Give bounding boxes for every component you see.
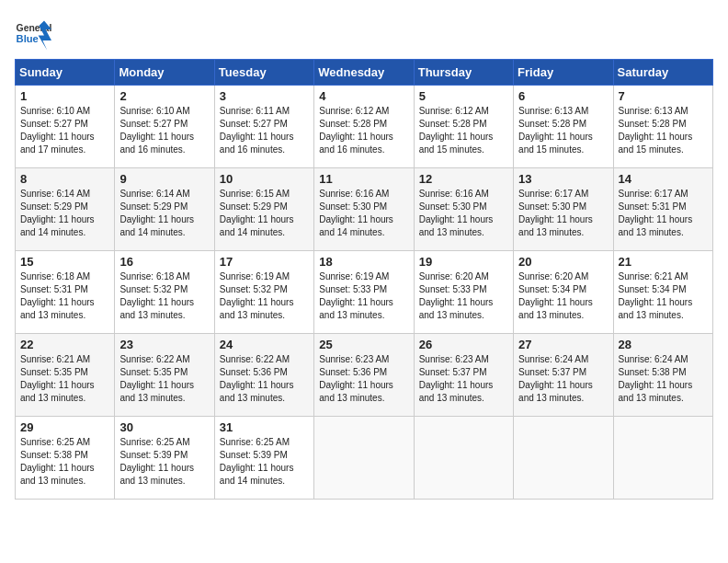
day-info: Sunrise: 6:14 AM Sunset: 5:29 PM Dayligh… xyxy=(20,188,109,239)
calendar-cell: 9Sunrise: 6:14 AM Sunset: 5:29 PM Daylig… xyxy=(115,168,214,251)
day-info: Sunrise: 6:22 AM Sunset: 5:35 PM Dayligh… xyxy=(119,353,209,405)
day-number: 20 xyxy=(518,255,608,269)
day-header-saturday: Saturday xyxy=(613,60,712,86)
day-info: Sunrise: 6:16 AM Sunset: 5:30 PM Dayligh… xyxy=(419,188,508,239)
day-number: 9 xyxy=(119,172,209,186)
day-info: Sunrise: 6:20 AM Sunset: 5:33 PM Dayligh… xyxy=(419,270,508,322)
day-info: Sunrise: 6:10 AM Sunset: 5:27 PM Dayligh… xyxy=(119,105,209,156)
calendar-cell: 22Sunrise: 6:21 AM Sunset: 5:35 PM Dayli… xyxy=(16,334,115,417)
day-number: 25 xyxy=(319,338,408,351)
day-number: 13 xyxy=(518,172,608,186)
day-info: Sunrise: 6:25 AM Sunset: 5:39 PM Dayligh… xyxy=(220,436,309,488)
day-number: 7 xyxy=(619,89,708,103)
day-number: 18 xyxy=(319,255,408,269)
day-info: Sunrise: 6:11 AM Sunset: 5:27 PM Dayligh… xyxy=(220,105,309,156)
calendar-cell: 18Sunrise: 6:19 AM Sunset: 5:33 PM Dayli… xyxy=(314,251,414,334)
calendar-cell: 24Sunrise: 6:22 AM Sunset: 5:36 PM Dayli… xyxy=(214,334,313,417)
calendar-cell: 20Sunrise: 6:20 AM Sunset: 5:34 PM Dayli… xyxy=(514,251,613,334)
day-info: Sunrise: 6:22 AM Sunset: 5:36 PM Dayligh… xyxy=(220,353,309,405)
day-header-tuesday: Tuesday xyxy=(214,60,313,86)
day-number: 16 xyxy=(119,255,209,269)
day-info: Sunrise: 6:12 AM Sunset: 5:28 PM Dayligh… xyxy=(419,105,508,156)
day-info: Sunrise: 6:15 AM Sunset: 5:29 PM Dayligh… xyxy=(220,188,309,239)
day-number: 21 xyxy=(619,255,708,269)
day-info: Sunrise: 6:16 AM Sunset: 5:30 PM Dayligh… xyxy=(319,188,408,239)
calendar-cell: 3Sunrise: 6:11 AM Sunset: 5:27 PM Daylig… xyxy=(214,86,313,168)
calendar-cell: 25Sunrise: 6:23 AM Sunset: 5:36 PM Dayli… xyxy=(314,334,414,417)
day-info: Sunrise: 6:20 AM Sunset: 5:34 PM Dayligh… xyxy=(518,270,608,322)
day-number: 2 xyxy=(119,89,209,103)
day-info: Sunrise: 6:21 AM Sunset: 5:34 PM Dayligh… xyxy=(619,270,708,322)
calendar-cell: 8Sunrise: 6:14 AM Sunset: 5:29 PM Daylig… xyxy=(16,168,115,251)
day-number: 15 xyxy=(20,255,109,269)
day-number: 17 xyxy=(220,255,309,269)
calendar-cell xyxy=(613,417,712,500)
calendar-cell: 12Sunrise: 6:16 AM Sunset: 5:30 PM Dayli… xyxy=(414,168,513,251)
day-info: Sunrise: 6:14 AM Sunset: 5:29 PM Dayligh… xyxy=(119,188,209,239)
day-info: Sunrise: 6:24 AM Sunset: 5:37 PM Dayligh… xyxy=(518,353,608,405)
calendar-cell: 13Sunrise: 6:17 AM Sunset: 5:30 PM Dayli… xyxy=(514,168,613,251)
day-number: 5 xyxy=(419,89,508,103)
calendar-cell xyxy=(314,417,414,500)
day-info: Sunrise: 6:19 AM Sunset: 5:33 PM Dayligh… xyxy=(319,270,408,322)
calendar-cell: 7Sunrise: 6:13 AM Sunset: 5:28 PM Daylig… xyxy=(613,86,712,168)
day-number: 27 xyxy=(518,338,608,351)
calendar-cell: 19Sunrise: 6:20 AM Sunset: 5:33 PM Dayli… xyxy=(414,251,513,334)
day-info: Sunrise: 6:23 AM Sunset: 5:37 PM Dayligh… xyxy=(419,353,508,405)
day-number: 24 xyxy=(220,338,309,351)
calendar-cell: 27Sunrise: 6:24 AM Sunset: 5:37 PM Dayli… xyxy=(514,334,613,417)
day-number: 1 xyxy=(20,89,109,103)
calendar-cell: 15Sunrise: 6:18 AM Sunset: 5:31 PM Dayli… xyxy=(16,251,115,334)
day-header-sunday: Sunday xyxy=(16,60,115,86)
day-info: Sunrise: 6:18 AM Sunset: 5:32 PM Dayligh… xyxy=(119,270,209,322)
day-info: Sunrise: 6:13 AM Sunset: 5:28 PM Dayligh… xyxy=(619,105,708,156)
calendar-cell xyxy=(414,417,513,500)
calendar-cell: 26Sunrise: 6:23 AM Sunset: 5:37 PM Dayli… xyxy=(414,334,513,417)
day-info: Sunrise: 6:17 AM Sunset: 5:31 PM Dayligh… xyxy=(619,188,708,239)
calendar-cell: 31Sunrise: 6:25 AM Sunset: 5:39 PM Dayli… xyxy=(214,417,313,500)
day-number: 30 xyxy=(119,420,209,434)
day-header-monday: Monday xyxy=(115,60,214,86)
day-number: 14 xyxy=(619,172,708,186)
calendar-cell: 21Sunrise: 6:21 AM Sunset: 5:34 PM Dayli… xyxy=(613,251,712,334)
day-number: 26 xyxy=(419,338,508,351)
day-header-thursday: Thursday xyxy=(414,60,513,86)
day-info: Sunrise: 6:21 AM Sunset: 5:35 PM Dayligh… xyxy=(20,353,109,405)
calendar-cell: 11Sunrise: 6:16 AM Sunset: 5:30 PM Dayli… xyxy=(314,168,414,251)
day-number: 3 xyxy=(220,89,309,103)
calendar-cell: 6Sunrise: 6:13 AM Sunset: 5:28 PM Daylig… xyxy=(514,86,613,168)
logo: General Blue xyxy=(15,15,55,52)
calendar-cell: 10Sunrise: 6:15 AM Sunset: 5:29 PM Dayli… xyxy=(214,168,313,251)
day-info: Sunrise: 6:18 AM Sunset: 5:31 PM Dayligh… xyxy=(20,270,109,322)
day-number: 22 xyxy=(20,338,109,351)
logo-icon: General Blue xyxy=(15,15,51,52)
day-number: 28 xyxy=(619,338,708,351)
day-info: Sunrise: 6:13 AM Sunset: 5:28 PM Dayligh… xyxy=(518,105,608,156)
day-info: Sunrise: 6:25 AM Sunset: 5:38 PM Dayligh… xyxy=(20,436,109,488)
day-header-wednesday: Wednesday xyxy=(314,60,414,86)
day-info: Sunrise: 6:12 AM Sunset: 5:28 PM Dayligh… xyxy=(319,105,408,156)
calendar-cell: 29Sunrise: 6:25 AM Sunset: 5:38 PM Dayli… xyxy=(16,417,115,500)
page-header: General Blue xyxy=(15,15,713,52)
day-number: 12 xyxy=(419,172,508,186)
day-info: Sunrise: 6:19 AM Sunset: 5:32 PM Dayligh… xyxy=(220,270,309,322)
day-number: 11 xyxy=(319,172,408,186)
calendar-table: SundayMondayTuesdayWednesdayThursdayFrid… xyxy=(15,59,713,500)
day-number: 4 xyxy=(319,89,408,103)
calendar-cell: 16Sunrise: 6:18 AM Sunset: 5:32 PM Dayli… xyxy=(115,251,214,334)
day-number: 8 xyxy=(20,172,109,186)
day-number: 29 xyxy=(20,420,109,434)
day-number: 19 xyxy=(419,255,508,269)
calendar-cell: 1Sunrise: 6:10 AM Sunset: 5:27 PM Daylig… xyxy=(16,86,115,168)
day-number: 6 xyxy=(518,89,608,103)
day-info: Sunrise: 6:23 AM Sunset: 5:36 PM Dayligh… xyxy=(319,353,408,405)
calendar-cell: 14Sunrise: 6:17 AM Sunset: 5:31 PM Dayli… xyxy=(613,168,712,251)
day-info: Sunrise: 6:10 AM Sunset: 5:27 PM Dayligh… xyxy=(20,105,109,156)
day-info: Sunrise: 6:24 AM Sunset: 5:38 PM Dayligh… xyxy=(619,353,708,405)
calendar-cell: 2Sunrise: 6:10 AM Sunset: 5:27 PM Daylig… xyxy=(115,86,214,168)
day-number: 23 xyxy=(119,338,209,351)
calendar-cell: 17Sunrise: 6:19 AM Sunset: 5:32 PM Dayli… xyxy=(214,251,313,334)
calendar-cell: 28Sunrise: 6:24 AM Sunset: 5:38 PM Dayli… xyxy=(613,334,712,417)
calendar-cell xyxy=(514,417,613,500)
calendar-cell: 4Sunrise: 6:12 AM Sunset: 5:28 PM Daylig… xyxy=(314,86,414,168)
